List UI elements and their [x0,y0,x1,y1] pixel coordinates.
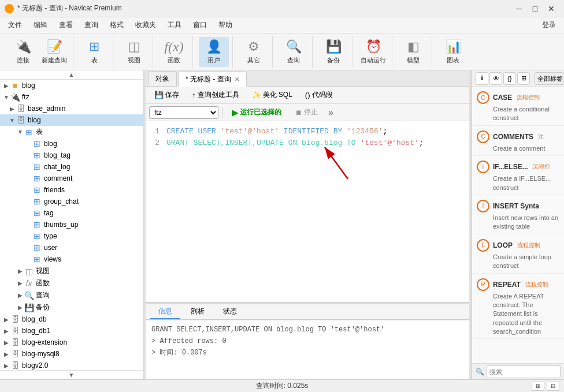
sidebar-item-func-group[interactable]: ▶ fx 函数 [0,277,143,289]
table-btn[interactable]: ⊞ 表 [79,37,109,67]
chart-btn[interactable]: 📊 图表 [438,37,468,67]
stop-btn[interactable]: ⏹ 停止 [290,106,324,119]
table-blog-tag[interactable]: ▶ ⊞ blog_tag [0,150,143,161]
table-views[interactable]: ▶ ⊞ views [0,253,143,265]
sidebar-item-view-group[interactable]: ▶ ◫ 视图 [0,265,143,277]
close-button[interactable]: ✕ [543,1,559,17]
sidebar-item-table-group[interactable]: ▼ ⊞ 表 [0,126,143,138]
toolbar-group-user: 👤 用户 [195,36,233,68]
play-icon: ▶ [232,108,238,117]
menu-item[interactable]: 查询 [79,18,104,32]
snippet-search-input[interactable] [487,365,561,378]
sidebar-item-blog-mysql8[interactable]: ▶ 🗄 blog-mysql8 [0,348,143,360]
snippet-loop[interactable]: L LOOP 流程控制 Create a simple loop constru… [472,234,564,274]
code-snippet-icon: () [305,91,310,99]
table-icon: ⊞ [32,243,42,252]
result-tab-profile[interactable]: 剖析 [183,304,213,319]
view-group-icon: ◫ [24,267,34,276]
ftz-icon: 🔌 [10,92,20,102]
menu-item[interactable]: 收藏夹 [129,18,162,32]
code-snippet-btn[interactable]: () 代码段 [300,88,338,102]
snippet-ifelse[interactable]: I IF...ELSE... 流程控 Create a IF...ELSE...… [472,156,564,195]
sidebar-item-blog-conn[interactable]: ▶ ■ blog [0,80,143,91]
table-blog[interactable]: ▶ ⊞ blog [0,138,143,150]
sidebar-scroll-up[interactable]: ▲ [0,70,143,80]
snippet-repeat[interactable]: R REPEAT 流程控制 Create A REPEAT construct.… [472,274,564,339]
toolbar-group-other: ⚙ 其它 [235,36,273,68]
blog-conn-icon: ■ [10,81,20,90]
tree-arrow: ▶ [2,328,10,334]
table-tag[interactable]: ▶ ⊞ tag [0,207,143,219]
backup-btn[interactable]: 💾 备份 [318,37,348,67]
result-tab-status[interactable]: 状态 [215,304,245,319]
run-selected-btn[interactable]: ▶ 运行已选择的 [226,106,287,119]
table-chat-log[interactable]: ▶ ⊞ chat_log [0,161,143,173]
table-type[interactable]: ▶ ⊞ type [0,230,143,242]
snippet-case[interactable]: C CASE 流程控制 Create a conditional constru… [472,87,564,126]
snippet-filter-select[interactable]: 全部标签 [535,72,564,85]
table-friends[interactable]: ▶ ⊞ friends [0,184,143,196]
tab-close-icon[interactable]: ✕ [235,76,239,83]
snippet-repeat-title: REPEAT [493,281,521,289]
connect-btn[interactable]: 🔌 连接 [8,37,38,67]
sidebar-item-blog-db[interactable]: ▼ 🗄 blog [0,114,143,126]
menu-item[interactable]: 帮助 [213,18,238,32]
new-query-btn[interactable]: 📝 新建查询 [39,37,69,67]
sidebar-item-ftz[interactable]: ▼ 🔌 ftz [0,91,143,103]
create-tool-btn[interactable]: ↑ 查询创建工具 [187,88,244,102]
snippet-comments[interactable]: C COMMENTS 注 Create a comment [472,126,564,156]
query-btn[interactable]: 🔍 查询 [279,37,309,67]
beautify-btn[interactable]: ✨ 美化 SQL [247,88,298,102]
tab-objects[interactable]: 对象 [148,71,177,86]
menu-item[interactable]: 窗口 [187,18,213,32]
model-btn[interactable]: ◧ 模型 [398,37,428,67]
menu-item[interactable]: 工具 [162,18,187,32]
table-user[interactable]: ▶ ⊞ user [0,242,143,253]
snippet-item-header: I INSERT Synta [477,200,559,212]
code-editor[interactable]: 1 CREATE USER 'test'@'host' IDENTIFIED B… [146,121,469,302]
other-btn[interactable]: ⚙ 其它 [239,37,269,67]
snippet-insert[interactable]: I INSERT Synta Insert new rows into an e… [472,195,564,234]
table-group-chat[interactable]: ▶ ⊞ group_chat [0,196,143,207]
menu-item[interactable]: 编辑 [28,18,53,32]
table-comment[interactable]: ▶ ⊞ comment [0,173,143,184]
stop-label: 停止 [304,107,318,117]
save-btn[interactable]: 💾 保存 [149,88,184,102]
layout-btn-1[interactable]: ⊞ [532,382,544,391]
sidebar-item-label: blog_db [22,315,47,323]
backup-label: 备份 [327,56,340,65]
menu-item[interactable]: 文件 [2,18,28,32]
sidebar-item-blog-extension[interactable]: ▶ 🗄 blog-extension [0,337,143,348]
sidebar-scroll-down[interactable]: ▼ [0,370,143,379]
func-btn[interactable]: f(x) 函数 [159,37,189,67]
layout-btn-2[interactable]: ⊟ [547,382,559,391]
maximize-button[interactable]: □ [527,1,543,17]
sidebar-item-blog-db1[interactable]: ▶ 🗄 blog_db1 [0,325,143,337]
autorun-btn[interactable]: ⏰ 自动运行 [358,37,388,67]
menu-item[interactable]: 格式 [104,18,129,32]
code-editor-area[interactable]: 1 CREATE USER 'test'@'host' IDENTIFIED B… [146,121,469,302]
sidebar-item-base-admin[interactable]: ▶ 🗄 base_admin [0,103,143,114]
sidebar-item-query-group[interactable]: ▶ 🔍 查询 [0,289,143,301]
view-btn[interactable]: ◫ 视图 [119,37,149,67]
login-button[interactable]: 登录 [536,18,562,32]
tab-query[interactable]: * 无标题 - 查询 ✕ [178,72,247,87]
snippet-grid-btn[interactable]: ⊞ [517,72,530,85]
new-query-label: 新建查询 [42,56,67,65]
db-select[interactable]: ftz [149,106,218,119]
kw-create: CREATE USER [166,127,221,136]
snippet-info-btn[interactable]: ℹ [476,72,488,85]
more-btn[interactable]: » [326,107,336,118]
sidebar-item-blogv2[interactable]: ▶ 🗄 blogv2.0 [0,360,143,370]
menu-item[interactable]: 查看 [53,18,79,32]
sidebar-item-label: 备份 [36,303,50,312]
snippet-eye-btn[interactable]: 👁 [489,72,502,85]
sidebar-item-backup-group[interactable]: ▶ 💾 备份 [0,301,143,313]
table-icon: ⊞ [32,208,42,218]
sidebar-item-blog-db2[interactable]: ▶ 🗄 blog_db [0,313,143,325]
user-btn[interactable]: 👤 用户 [199,37,229,67]
minimize-button[interactable]: ─ [511,1,527,17]
result-tab-info[interactable]: 信息 [150,304,180,319]
snippet-braces-btn[interactable]: {} [503,72,516,85]
table-thumbs-up[interactable]: ▶ ⊞ thumbs_up [0,219,143,230]
